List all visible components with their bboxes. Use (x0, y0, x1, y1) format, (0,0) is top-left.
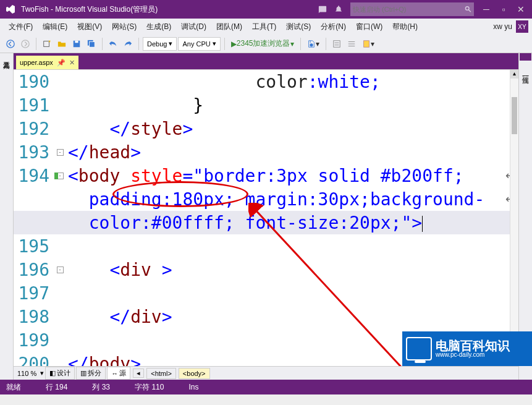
platform-combo[interactable]: Any CPU ▾ (178, 37, 220, 51)
feedback-icon[interactable] (316, 2, 329, 16)
svg-point-0 (465, 7, 469, 11)
left-rail: 工具箱 (0, 53, 14, 380)
watermark-title: 电脑百科知识 (436, 340, 510, 351)
search-icon (465, 6, 471, 13)
menu-debug[interactable]: 调试(D) (176, 19, 211, 35)
svg-rect-6 (75, 40, 78, 43)
solution-explorer-tab[interactable]: 解决方案资源管理器 (520, 53, 531, 61)
svg-rect-4 (44, 41, 49, 46)
scroll-thumb[interactable] (512, 97, 517, 134)
status-col: 列 33 (92, 382, 110, 393)
menu-file[interactable]: 文件(F) (4, 19, 38, 35)
redo-button[interactable] (121, 37, 135, 51)
menu-bar: 文件(F) 编辑(E) 视图(V) 网站(S) 生成(B) 调试(D) 团队(M… (0, 19, 532, 35)
menu-help[interactable]: 帮助(H) (387, 19, 423, 35)
new-project-button[interactable] (40, 37, 54, 51)
undo-button[interactable] (106, 37, 120, 51)
code-line: 191 } (14, 93, 518, 117)
code-line: 193 - </head> (14, 140, 518, 164)
collapse-icon[interactable]: - (57, 149, 64, 156)
code-line: 194 - <body style="border:3px solid #b20… (14, 164, 518, 187)
code-line: color:#00ffff; font-size:20px;"> (14, 211, 518, 234)
workspace: 工具箱 upper.aspx 📌 ✕ 190 color:white; 191 (0, 53, 532, 380)
collapse-icon[interactable]: - (57, 266, 64, 273)
status-ins: Ins (188, 383, 198, 391)
zoom-combo[interactable]: 110 % (14, 370, 40, 377)
browser-link-button[interactable]: ▾ (305, 37, 322, 51)
user-name[interactable]: xw yu (493, 22, 512, 31)
file-tab[interactable]: upper.aspx 📌 ✕ (16, 56, 78, 69)
watermark-logo: 电脑百科知识 www.pc-daily.com (402, 331, 532, 366)
quick-launch[interactable] (350, 2, 474, 16)
title-bar: TwoFish - Microsoft Visual Studio(管理员) ─… (0, 0, 532, 19)
nav-back-button[interactable] (4, 37, 17, 51)
code-editor[interactable]: 190 color:white; 191 } 192 </style> (14, 69, 518, 366)
breadcrumb-prev[interactable]: ◂ (133, 369, 144, 378)
svg-line-1 (468, 10, 471, 12)
vs-logo-icon (5, 4, 16, 15)
menu-tools[interactable]: 工具(T) (247, 19, 281, 35)
tab-well: upper.aspx 📌 ✕ (14, 53, 518, 69)
menu-edit[interactable]: 编辑(E) (38, 19, 72, 35)
status-line: 行 194 (46, 382, 67, 393)
save-all-button[interactable] (85, 37, 98, 51)
editor-region: upper.aspx 📌 ✕ 190 color:white; 191 } (14, 53, 518, 380)
vertical-scrollbar[interactable]: ▴ ▾ (510, 70, 518, 366)
close-button[interactable]: ✕ (512, 1, 530, 18)
start-debug-button[interactable]: ▶ 2345加速浏览器 ▾ (229, 37, 297, 51)
code-line: 192 </style> (14, 117, 518, 140)
source-view-button[interactable]: ↔ 源 (107, 367, 130, 380)
code-line: padding:180px; margin:30px;background- ↩ (14, 187, 518, 211)
split-view-button[interactable]: ▥ 拆分 (76, 367, 106, 380)
text-cursor (422, 216, 423, 232)
code-line: 195 (14, 234, 518, 258)
status-char: 字符 110 (135, 382, 164, 393)
script-button[interactable]: ▾ (360, 37, 377, 51)
monitor-icon (406, 337, 432, 360)
nav-fwd-button[interactable] (19, 37, 32, 51)
svg-point-2 (7, 40, 14, 47)
menu-analyze[interactable]: 分析(N) (316, 19, 351, 35)
code-line: 198 </div> (14, 305, 518, 328)
svg-rect-8 (90, 41, 95, 47)
svg-rect-10 (333, 40, 340, 47)
menu-view[interactable]: 视图(V) (72, 19, 107, 35)
close-tab-icon[interactable]: ✕ (69, 59, 75, 67)
menu-window[interactable]: 窗口(W) (351, 19, 387, 35)
code-line: 190 color:white; (14, 70, 518, 93)
breadcrumb-body[interactable]: <body> (179, 368, 210, 379)
change-marker (54, 173, 58, 179)
file-tab-label: upper.aspx (20, 59, 53, 66)
svg-point-9 (310, 43, 313, 46)
menu-test[interactable]: 测试(S) (281, 19, 316, 35)
code-line: 197 (14, 281, 518, 305)
window-title: TwoFish - Microsoft Visual Studio(管理员) (21, 4, 158, 15)
editor-bottom-bar: 110 %▾ ◧ 设计 ▥ 拆分 ↔ 源 ◂ <html> <body> (14, 366, 518, 380)
notifications-icon[interactable] (332, 2, 345, 16)
toolbar: Debug ▾ Any CPU ▾ ▶ 2345加速浏览器 ▾ ▾ ▾ (0, 35, 532, 53)
save-button[interactable] (70, 37, 83, 51)
code-line: 196 - <div > (14, 258, 518, 281)
menu-build[interactable]: 生成(B) (141, 19, 176, 35)
design-view-button[interactable]: ◧ 设计 (45, 367, 75, 380)
menu-website[interactable]: 网站(S) (107, 19, 141, 35)
scroll-up-icon[interactable]: ▴ (510, 70, 518, 79)
quick-launch-input[interactable] (353, 6, 465, 13)
svg-point-3 (22, 40, 29, 47)
properties-tab[interactable]: 属性 (520, 68, 531, 75)
toolbox-tab[interactable]: 工具箱 (1, 53, 12, 61)
breadcrumb-html[interactable]: <html> (146, 368, 176, 379)
user-badge[interactable]: XY (516, 20, 528, 33)
right-rail: 解决方案资源管理器 团队资源管理器 属性 (518, 53, 532, 380)
config-combo[interactable]: Debug ▾ (143, 37, 177, 51)
status-ready: 就绪 (6, 382, 21, 393)
team-explorer-tab[interactable]: 团队资源管理器 (520, 61, 531, 68)
find-button[interactable] (330, 37, 344, 51)
minimize-button[interactable]: ─ (478, 1, 495, 18)
indent-button[interactable] (345, 37, 358, 51)
maximize-button[interactable]: ▫ (495, 1, 512, 18)
menu-team[interactable]: 团队(M) (211, 19, 247, 35)
open-button[interactable] (55, 37, 69, 51)
svg-rect-16 (363, 40, 369, 47)
pin-icon[interactable]: 📌 (57, 59, 65, 67)
